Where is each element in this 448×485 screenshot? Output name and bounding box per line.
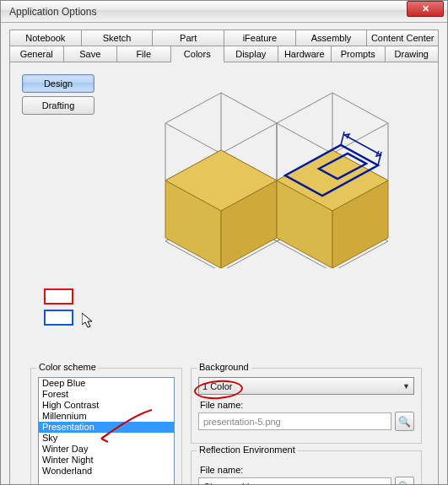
magnifier-icon: 🔍 — [398, 416, 411, 428]
browse-button[interactable]: 🔍 — [395, 412, 414, 431]
tab-panel-colors: Design Drafting — [9, 62, 439, 485]
tab-drawing[interactable]: Drawing — [386, 46, 440, 62]
browse-button[interactable]: 🔍 — [395, 477, 414, 485]
drafting-mode-button[interactable]: Drafting — [22, 96, 94, 115]
tab-hardware[interactable]: Hardware — [278, 46, 332, 62]
preview-3d — [128, 74, 415, 268]
tab-assembly[interactable]: Assembly — [296, 30, 368, 46]
label-filename: File name: — [200, 400, 414, 410]
close-button[interactable]: ✕ — [407, 1, 444, 17]
background-combo-value: 1 Color — [202, 381, 232, 391]
swatch-red[interactable] — [44, 288, 73, 304]
tab-prompts[interactable]: Prompts — [332, 46, 386, 62]
close-icon: ✕ — [422, 3, 429, 14]
tab-general[interactable]: General — [9, 46, 64, 62]
svg-line-24 — [341, 132, 344, 145]
label-color-scheme: Color scheme — [36, 362, 99, 372]
chevron-down-icon: ▼ — [402, 382, 410, 391]
background-combo[interactable]: 1 Color ▼ — [198, 377, 414, 395]
tab-sketch[interactable]: Sketch — [82, 30, 154, 46]
cursor-icon — [82, 313, 95, 330]
tab-content-center[interactable]: Content Center — [367, 30, 439, 46]
tab-ifeature[interactable]: iFeature — [224, 30, 296, 46]
list-item[interactable]: Winter Day — [39, 444, 174, 455]
svg-line-23 — [344, 135, 381, 155]
swatch-blue[interactable] — [44, 310, 73, 326]
label-filename: File name: — [200, 465, 414, 475]
background-filename-field[interactable]: presentation-5.png — [198, 412, 391, 430]
list-item[interactable]: Winter Night — [39, 455, 174, 466]
list-item[interactable]: Deep Blue — [39, 378, 174, 389]
list-item[interactable]: Millennium — [39, 411, 174, 422]
swatches — [44, 288, 73, 326]
tab-part[interactable]: Part — [153, 30, 224, 46]
label-reflection: Reflection Environment — [197, 445, 298, 455]
window-title: Application Options — [6, 6, 442, 18]
tabs-row-2: General Save File Colors Display Hardwar… — [9, 46, 439, 62]
tab-save[interactable]: Save — [64, 46, 118, 62]
list-item[interactable]: Forest — [39, 389, 174, 400]
tab-notebook[interactable]: Notebook — [9, 30, 82, 46]
group-background: Background 1 Color ▼ File name: presenta… — [191, 368, 422, 444]
magnifier-icon: 🔍 — [398, 481, 411, 486]
list-item[interactable]: Sky — [39, 433, 174, 444]
design-mode-button[interactable]: Design — [22, 74, 94, 93]
list-item[interactable]: Presentation — [39, 422, 174, 433]
group-color-scheme: Color scheme Deep Blue Forest High Contr… — [30, 368, 182, 485]
tabs-row-1: Notebook Sketch Part iFeature Assembly C… — [9, 30, 439, 46]
list-item[interactable]: High Contrast — [39, 400, 174, 411]
titlebar: Application Options ✕ — [1, 1, 447, 23]
tab-display[interactable]: Display — [224, 46, 278, 62]
list-item[interactable]: Wonderland — [39, 466, 174, 477]
tab-colors[interactable]: Colors — [171, 46, 225, 62]
tab-file[interactable]: File — [117, 46, 171, 62]
reflection-filename-field[interactable]: Chrome.dds — [198, 477, 391, 485]
group-reflection: Reflection Environment File name: Chrome… — [191, 450, 422, 485]
label-background: Background — [197, 362, 251, 372]
color-scheme-listbox[interactable]: Deep Blue Forest High Contrast Millenniu… — [38, 377, 175, 485]
